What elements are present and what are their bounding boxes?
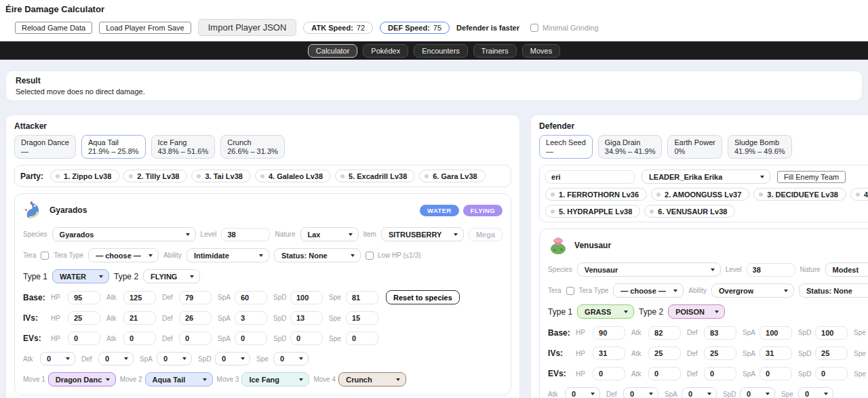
ev-input[interactable] (648, 367, 681, 380)
stat-stage-select[interactable]: 0 (740, 387, 775, 398)
level-input[interactable] (747, 263, 795, 277)
defender-move-summary-button[interactable]: Sludge Bomb 41.9% – 49.6% (728, 135, 792, 159)
base-stat-input[interactable] (346, 291, 378, 304)
iv-input[interactable] (815, 346, 848, 360)
iv-input[interactable] (179, 311, 212, 325)
ev-input[interactable] (123, 332, 156, 345)
party-member-pill[interactable]: 6. Gara Lv38 (419, 170, 485, 182)
tera-type-select[interactable]: — choose — (613, 283, 684, 298)
stat-stage-select[interactable]: 0 (215, 352, 250, 365)
nav-tab[interactable]: Moves (522, 44, 560, 58)
base-stat-input[interactable] (290, 291, 323, 304)
stat-stage-select[interactable]: 0 (623, 387, 658, 398)
base-stat-input[interactable] (704, 326, 736, 340)
stat-stage-select[interactable]: 0 (798, 387, 833, 398)
item-select[interactable]: SITRUSBERRY (381, 227, 464, 241)
tera-checkbox[interactable] (566, 287, 574, 295)
low-hp-checkbox[interactable] (366, 252, 374, 260)
stat-stage-select[interactable]: 0 (40, 352, 75, 365)
reload-game-data-button[interactable]: Reload Game Data (15, 22, 92, 34)
tera-type-select[interactable]: — choose — (88, 248, 159, 262)
ev-input[interactable] (290, 332, 323, 345)
party-member-pill[interactable]: 5. Excadrill Lv38 (335, 170, 415, 182)
attacker-move-summary-button[interactable]: Aqua Tail 21.9% – 25.8% (81, 135, 146, 159)
ability-select[interactable]: Intimidate (186, 248, 269, 262)
defender-move-summary-button[interactable]: Leech Seed — (539, 135, 593, 159)
ev-input[interactable] (593, 367, 625, 380)
base-stat-input[interactable] (179, 291, 212, 304)
trainer-search-input[interactable] (545, 170, 635, 184)
attacker-move-summary-button[interactable]: Crunch 26.6% – 31.3% (220, 135, 285, 159)
enemy-team-member-pill[interactable]: 3. DECIDUEYE Lv38 (753, 188, 846, 201)
ability-select[interactable]: Overgrow (711, 283, 794, 298)
move-select[interactable]: Ice Fang (241, 372, 309, 386)
attacker-move-summary-button[interactable]: Dragon Dance — (14, 135, 76, 159)
nature-select[interactable]: Modest (825, 262, 868, 277)
move-select[interactable]: Crunch (338, 372, 406, 386)
fill-enemy-team-button[interactable]: Fill Enemy Team (777, 171, 846, 183)
type2-select[interactable]: FLYING (143, 269, 200, 283)
enemy-team-member-pill[interactable]: 6. VENUSAUR Lv38 (644, 205, 735, 218)
nav-tab[interactable]: Pokédex (363, 44, 408, 58)
type1-select[interactable]: GRASS (577, 304, 634, 319)
species-select[interactable]: Venusaur (577, 262, 721, 277)
base-stat-input[interactable] (593, 326, 625, 340)
ev-input[interactable] (346, 332, 378, 345)
trainer-select[interactable]: LEADER_Erika Erika (642, 170, 770, 184)
level-input[interactable] (221, 228, 270, 241)
type2-select[interactable]: POISON (668, 304, 725, 319)
move-select[interactable]: Aqua Tail (145, 372, 213, 386)
enemy-team-member-pill[interactable]: 5. HYDRAPPLE Lv38 (545, 205, 640, 218)
base-stat-input[interactable] (235, 291, 267, 304)
load-player-from-save-button[interactable]: Load Player From Save (99, 22, 191, 34)
base-stat-input[interactable] (815, 326, 848, 340)
base-stat-input[interactable] (123, 291, 156, 304)
iv-input[interactable] (346, 311, 378, 325)
base-stat-input[interactable] (648, 326, 681, 340)
stat-stage-select[interactable]: 0 (157, 352, 192, 365)
iv-input[interactable] (593, 346, 625, 360)
iv-input[interactable] (235, 311, 267, 325)
iv-input[interactable] (290, 311, 323, 325)
minimal-grinding-option[interactable]: Minimal Grinding (530, 24, 599, 32)
ev-input[interactable] (704, 367, 736, 380)
move-select[interactable]: Dragon Dance (48, 372, 116, 386)
stat-stage-select[interactable]: 0 (273, 352, 309, 365)
status-select[interactable]: Status: None (799, 283, 868, 298)
status-select[interactable]: Status: None (274, 248, 361, 262)
low-hp-option[interactable]: Low HP (≤1/3) (366, 252, 421, 260)
minimal-grinding-checkbox[interactable] (530, 24, 538, 32)
enemy-team-member-pill[interactable]: 1. FERROTHORN Lv36 (545, 188, 647, 201)
ev-input[interactable] (68, 332, 100, 345)
party-member-pill[interactable]: 1. Zippo Lv38 (50, 170, 119, 182)
party-member-pill[interactable]: 4. Galaleo Lv38 (255, 170, 331, 182)
iv-input[interactable] (123, 311, 156, 325)
defender-move-summary-button[interactable]: Giga Drain 34.9% – 41.9% (598, 135, 663, 159)
iv-input[interactable] (68, 311, 100, 325)
nature-select[interactable]: Lax (300, 227, 359, 241)
attacker-move-summary-button[interactable]: Ice Fang 43.8% – 51.6% (151, 135, 216, 159)
reset-to-species-button[interactable]: Reset to species (386, 290, 460, 304)
import-player-json-button[interactable]: Import Player JSON (198, 19, 297, 36)
defender-move-summary-button[interactable]: Earth Power 0% (667, 135, 722, 159)
enemy-team-member-pill[interactable]: 4. SCOVILLAIN Lv38 (850, 188, 868, 201)
iv-input[interactable] (648, 346, 681, 360)
party-member-pill[interactable]: 3. Tai Lv38 (191, 170, 250, 182)
nav-tab[interactable]: Trainers (473, 44, 517, 58)
type1-select[interactable]: WATER (52, 269, 109, 283)
nav-tab[interactable]: Encounters (414, 44, 468, 58)
party-member-pill[interactable]: 2. Tilly Lv38 (123, 170, 187, 182)
stat-stage-select[interactable]: 0 (682, 387, 717, 398)
stat-stage-select[interactable]: 0 (565, 387, 600, 398)
ev-input[interactable] (760, 367, 792, 380)
ev-input[interactable] (179, 332, 212, 345)
mega-button[interactable]: Mega (469, 228, 502, 241)
base-stat-input[interactable] (760, 326, 792, 340)
ev-input[interactable] (235, 332, 267, 345)
iv-input[interactable] (704, 346, 736, 360)
tera-checkbox[interactable] (41, 252, 49, 260)
species-select[interactable]: Gyarados (52, 227, 196, 241)
enemy-team-member-pill[interactable]: 2. AMOONGUSS Lv37 (651, 188, 749, 201)
ev-input[interactable] (815, 367, 848, 380)
base-stat-input[interactable] (68, 291, 100, 304)
